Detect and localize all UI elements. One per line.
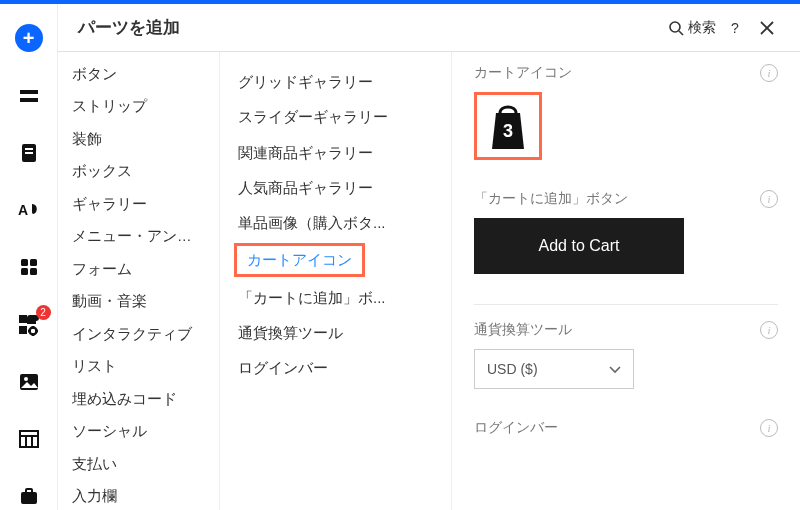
svg-line-22 [679,31,683,35]
subcategory-item[interactable]: 人気商品ギャラリー [220,170,451,205]
left-icon-rail: + A 2 [0,4,58,510]
category-item[interactable]: ストリップ [58,90,219,122]
category-item[interactable]: ボックス [58,155,219,187]
svg-rect-6 [21,259,28,266]
search-button[interactable]: 検索 [668,19,716,37]
shopping-bag-icon: 3 [486,101,530,151]
close-button[interactable] [754,21,780,35]
svg-rect-4 [25,152,33,154]
svg-rect-15 [20,431,38,447]
subcategory-item[interactable]: 単品画像（購入ボタ... [220,205,451,240]
category-item[interactable]: インタラクティブ [58,318,219,350]
layout-icon[interactable] [15,426,43,453]
chevron-down-icon [609,361,621,377]
svg-rect-10 [19,315,27,323]
currency-section-title: 通貨換算ツール [474,321,760,339]
category-item[interactable]: ソーシャル [58,415,219,447]
plus-icon: + [15,24,43,52]
svg-rect-0 [20,90,38,94]
category-item[interactable]: 埋め込みコード [58,383,219,415]
cart-icon-preview[interactable]: 3 [474,92,542,160]
category-item[interactable]: ギャラリー [58,188,219,220]
apps-icon[interactable] [15,254,43,281]
app-market-icon[interactable]: 2 [15,311,43,338]
close-icon [760,21,774,35]
loginbar-section-title: ログインバー [474,419,760,437]
category-item[interactable]: 入力欄 [58,480,219,510]
business-icon[interactable] [15,483,43,510]
category-list: ボタンストリップ装飾ボックスギャラリーメニュー・アンカーフォーム動画・音楽インタ… [58,52,220,510]
subcategory-item[interactable]: スライダーギャラリー [220,99,451,134]
theme-icon[interactable]: A [15,197,43,224]
currency-select[interactable]: USD ($) [474,349,634,389]
subcategory-item[interactable]: 関連商品ギャラリー [220,135,451,170]
info-icon[interactable]: i [760,321,778,339]
panel-header: パーツを追加 検索 ? [58,4,800,52]
svg-rect-7 [30,259,37,266]
subcategory-item[interactable]: ログインバー [220,350,451,385]
category-item[interactable]: ボタン [58,58,219,90]
info-icon[interactable]: i [760,64,778,82]
svg-text:3: 3 [503,121,513,141]
category-item[interactable]: 動画・音楽 [58,285,219,317]
addcart-section-title: 「カートに追加」ボタン [474,190,760,208]
subcategory-item[interactable]: 通貨換算ツール [220,315,451,350]
svg-point-21 [670,22,680,32]
svg-rect-3 [25,148,33,150]
category-item[interactable]: フォーム [58,253,219,285]
currency-value: USD ($) [487,361,538,377]
svg-rect-1 [20,98,38,102]
subcategory-item[interactable]: カートアイコン [220,240,451,279]
svg-rect-9 [30,268,37,275]
category-item[interactable]: 支払い [58,448,219,480]
notification-badge: 2 [36,305,51,320]
help-button[interactable]: ? [722,20,748,36]
panel-title: パーツを追加 [78,16,668,39]
preview-column: カートアイコン i 3 「カートに追加」ボタン i [452,52,800,510]
subcategory-item[interactable]: グリッドギャラリー [220,64,451,99]
subcategory-item[interactable]: 「カートに追加」ボ... [220,280,451,315]
search-label: 検索 [688,19,716,37]
svg-rect-20 [26,489,32,493]
svg-text:A: A [18,202,28,218]
svg-point-14 [24,377,28,381]
category-item[interactable]: 装飾 [58,123,219,155]
info-icon[interactable]: i [760,190,778,208]
cart-icon-section-title: カートアイコン [474,64,760,82]
sections-icon[interactable] [15,82,43,109]
add-to-cart-preview-button[interactable]: Add to Cart [474,218,684,274]
category-item[interactable]: リスト [58,350,219,382]
search-icon [668,20,684,36]
info-icon[interactable]: i [760,419,778,437]
svg-rect-11 [19,326,27,334]
category-item[interactable]: メニュー・アンカー [58,220,219,252]
media-icon[interactable] [15,368,43,395]
section-divider [474,304,778,305]
svg-rect-8 [21,268,28,275]
add-button[interactable]: + [15,24,43,52]
page-icon[interactable] [15,139,43,166]
subcategory-list: グリッドギャラリースライダーギャラリー関連商品ギャラリー人気商品ギャラリー単品画… [220,52,452,510]
